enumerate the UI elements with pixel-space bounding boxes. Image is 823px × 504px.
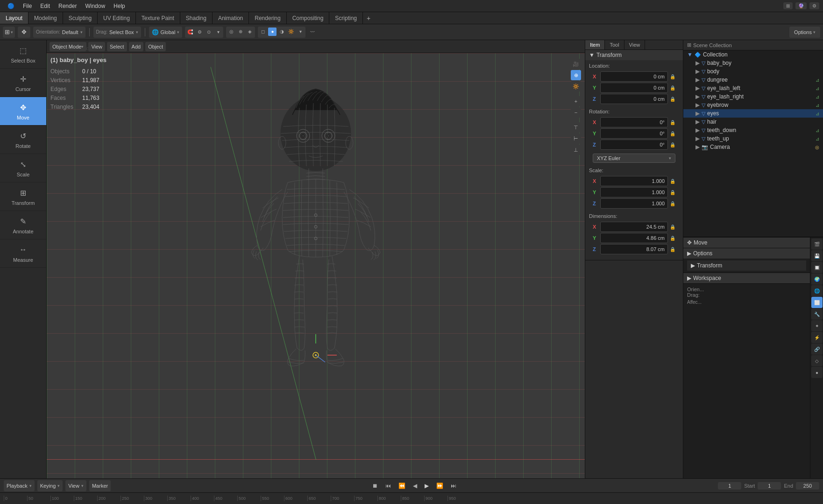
end-frame-input[interactable]: 250 [796, 482, 819, 490]
viewport-view-menu[interactable]: View [88, 42, 105, 51]
scale-x-input[interactable]: 1.000 [600, 176, 668, 186]
dim-y-input[interactable]: 4.86 cm [600, 233, 668, 243]
viewport-object-menu[interactable]: Object [145, 42, 166, 51]
transform-sub-header[interactable]: ▶ Transform [687, 260, 806, 271]
rot-y-lock[interactable]: 🔒 [670, 131, 675, 136]
loc-z-lock[interactable]: 🔒 [670, 97, 675, 102]
current-frame-input[interactable]: 1 [718, 482, 741, 490]
dim-y-lock[interactable]: 🔒 [670, 236, 675, 241]
outliner-item-camera[interactable]: ▶ 📷 Camera ◎ [683, 143, 823, 151]
zoom-out-btn[interactable]: − [571, 107, 581, 118]
3d-view-btn[interactable]: ⊕ [571, 70, 581, 80]
outliner-item-hair[interactable]: ▶ ▽ hair [683, 118, 823, 126]
drag-selector[interactable]: Drag: Select Box ▾ [93, 27, 141, 38]
transform-section-header[interactable]: ▼ Transform [585, 50, 683, 60]
rot-z-lock[interactable]: 🔒 [670, 142, 675, 147]
props-tab-render[interactable]: 🎬 [811, 238, 823, 250]
xray-toggle[interactable]: ◈ [246, 28, 254, 36]
blender-logo[interactable]: 🔵 [4, 2, 18, 10]
props-tab-output[interactable]: 💾 [811, 250, 823, 261]
viewport-add-menu[interactable]: Add [129, 42, 144, 51]
show-gizmo[interactable]: ◎ [227, 28, 235, 36]
workspace-header[interactable]: ▶ Workspace [683, 273, 810, 283]
magnet-icon[interactable]: 🧲 [186, 28, 194, 36]
viewport-select-menu[interactable]: Select [107, 42, 127, 51]
playback-menu[interactable]: Playback ▾ [4, 480, 35, 491]
show-overlay[interactable]: ⊕ [236, 28, 245, 36]
props-tab-object[interactable]: ⬜ [811, 297, 823, 308]
outliner-item-teeth-down[interactable]: ▶ ▽ teeth_down ⊿ [683, 126, 823, 134]
props-tab-physics[interactable]: ⚡ [811, 332, 823, 343]
props-tab-world[interactable]: 🌐 [811, 285, 823, 296]
scale-y-input[interactable]: 1.000 [600, 187, 668, 197]
tab-modeling[interactable]: Modeling [28, 12, 63, 24]
tab-scripting[interactable]: Scripting [329, 12, 363, 24]
step-back-btn[interactable]: ⏪ [397, 482, 407, 490]
props-tab-modifier[interactable]: 🔧 [811, 308, 823, 320]
options-button[interactable]: Options ▾ [789, 27, 820, 38]
loc-y-lock[interactable]: 🔒 [670, 85, 675, 91]
scale-x-lock[interactable]: 🔒 [670, 179, 675, 184]
tab-animation[interactable]: Animation [213, 12, 249, 24]
outliner-item-eye-lash-left[interactable]: ▶ ▽ eye_lash_left ⊿ [683, 84, 823, 92]
tab-layout[interactable]: Layout [0, 12, 28, 24]
tab-rendering[interactable]: Rendering [249, 12, 286, 24]
outliner-item-baby_boy[interactable]: ▶ ▽ baby_boy [683, 59, 823, 67]
scale-z-input[interactable]: 1.000 [600, 198, 668, 209]
transform-orient-icon[interactable]: ✥ [18, 27, 30, 38]
n-tab-item[interactable]: Item [585, 40, 605, 49]
jump-to-end-btn[interactable]: ⏭ [449, 482, 458, 490]
tab-texture-paint[interactable]: Texture Paint [136, 12, 180, 24]
outliner-item-eye-lash-right[interactable]: ▶ ▽ eye_lash_right ⊿ [683, 92, 823, 101]
viewport-mode-selector[interactable]: Object Mode ▾ [50, 42, 86, 51]
menu-edit[interactable]: Edit [36, 2, 54, 10]
rendered-shading[interactable]: 🔆 [287, 28, 295, 36]
start-frame-input[interactable]: 1 [758, 482, 781, 490]
proportional-edit[interactable]: ⊙ [205, 28, 213, 36]
rotation-y-input[interactable]: 0° [600, 128, 668, 139]
tool-select-box[interactable]: ⬚ Select Box [0, 40, 46, 69]
frame-ruler[interactable]: 0 50 100 150 200 250 300 350 400 450 500… [0, 493, 823, 504]
jump-to-start-btn[interactable]: ⏮ [383, 482, 393, 490]
dim-z-input[interactable]: 8.07 cm [600, 244, 668, 254]
rotation-x-input[interactable]: 0° [600, 117, 668, 127]
props-tab-data[interactable]: ◇ [811, 355, 823, 366]
view-menu-timeline[interactable]: View ▾ [65, 480, 86, 491]
solid-shading[interactable]: ● [268, 28, 277, 36]
tab-sculpting[interactable]: Sculpting [63, 12, 98, 24]
location-y-input[interactable]: 0 cm [600, 83, 668, 93]
curve-icon[interactable]: 〰 [308, 28, 317, 36]
menu-render[interactable]: Render [55, 2, 80, 10]
props-tab-constraint[interactable]: 🔗 [811, 343, 823, 355]
snap-settings[interactable]: ⚙ [195, 28, 204, 36]
scene-selector[interactable]: 🔮 [795, 2, 807, 9]
outliner-collection[interactable]: ▼ 🔷 Collection [683, 50, 823, 59]
dim-x-input[interactable]: 24.5 cm [600, 222, 668, 232]
scale-y-lock[interactable]: 🔒 [670, 190, 675, 195]
outliner-content[interactable]: ▼ 🔷 Collection ▶ ▽ baby_boy ▶ ▽ body ▶ ▽… [683, 50, 823, 237]
stop-btn[interactable]: ⏹ [370, 482, 380, 490]
tool-move[interactable]: ✥ Move [0, 97, 46, 126]
menu-window[interactable]: Window [81, 2, 109, 10]
play-back-btn[interactable]: ◀ [411, 482, 419, 490]
viewport-3d[interactable]: Object Mode ▾ View Select Add Object Use… [47, 40, 585, 478]
rotation-mode-dropdown[interactable]: XYZ Euler ▾ [593, 154, 675, 163]
tab-shading[interactable]: Shading [180, 12, 213, 24]
rot-x-lock[interactable]: 🔒 [670, 120, 675, 125]
tab-uv-editing[interactable]: UV Editing [98, 12, 136, 24]
add-workspace-tab[interactable]: + [363, 14, 374, 23]
outliner-item-teeth-up[interactable]: ▶ ▽ teeth_up ⊿ [683, 134, 823, 143]
orientation-selector[interactable]: Orientation: Default ▾ [33, 27, 85, 38]
dim-z-lock[interactable]: 🔒 [670, 247, 675, 252]
side-view-btn[interactable]: ⊢ [571, 133, 581, 144]
loc-x-lock[interactable]: 🔒 [670, 74, 675, 79]
editor-type-selector[interactable]: ⊞ ▾ [3, 27, 15, 38]
screen-selector[interactable]: ⊞ [783, 2, 793, 9]
props-tab-scene[interactable]: 🌍 [811, 273, 823, 285]
tool-transform[interactable]: ⊞ Transform [0, 182, 46, 211]
tab-compositing[interactable]: Compositing [287, 12, 330, 24]
tool-rotate[interactable]: ↺ Rotate [0, 126, 46, 154]
tool-annotate[interactable]: ✎ Annotate [0, 211, 46, 239]
marker-menu[interactable]: Marker [89, 480, 111, 491]
render-view-btn[interactable]: 🔆 [571, 81, 581, 91]
